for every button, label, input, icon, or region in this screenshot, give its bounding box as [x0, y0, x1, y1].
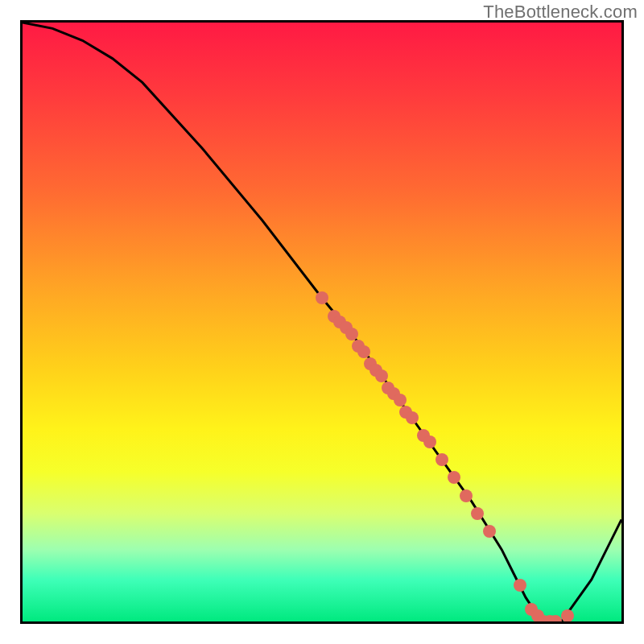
data-marker	[436, 453, 448, 466]
chart-canvas: TheBottleneck.com	[0, 0, 644, 644]
curve-svg	[23, 23, 621, 621]
data-marker	[460, 489, 473, 502]
data-marker	[423, 436, 436, 448]
data-marker	[394, 394, 407, 407]
watermark-label: TheBottleneck.com	[483, 2, 638, 23]
data-marker	[549, 615, 562, 624]
curve-path	[23, 23, 621, 621]
data-marker	[514, 579, 526, 592]
data-marker	[561, 609, 574, 622]
plot-area	[20, 20, 624, 624]
data-marker	[406, 411, 419, 424]
data-marker	[345, 328, 358, 341]
